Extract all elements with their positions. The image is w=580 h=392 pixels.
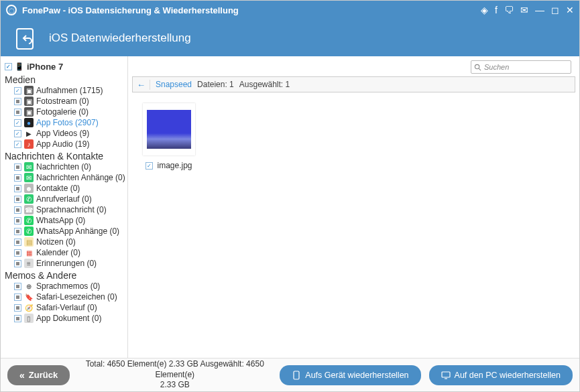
sidebar-item[interactable]: 🧭Safari-Verlauf (0) (5, 302, 127, 313)
sidebar-item-label: App Audio (19) (36, 139, 89, 149)
search-input[interactable]: Suchen (471, 60, 571, 74)
maximize-button[interactable]: ◻ (551, 5, 559, 15)
category-icon: ♪ (24, 139, 34, 149)
device-name: iPhone 7 (27, 62, 63, 72)
checkbox-icon[interactable] (14, 206, 21, 214)
sidebar-item[interactable]: ▦Kalender (0) (5, 247, 127, 258)
checkbox-icon[interactable] (146, 162, 153, 170)
sidebar-item[interactable]: ●App Fotos (2907) (5, 117, 127, 128)
category-icon: ✉ (24, 162, 34, 172)
back-button[interactable]: « Zurück (7, 365, 70, 385)
sidebar-item[interactable]: ✆WhatsApp Anhänge (0) (5, 226, 127, 237)
minimize-button[interactable]: — (535, 5, 544, 15)
sidebar-item-label: Kontakte (0) (36, 184, 80, 193)
sidebar-item[interactable]: ▯App Dokument (0) (5, 313, 127, 324)
restore-to-device-button[interactable]: Aufs Gerät wiederherstellen (280, 365, 420, 385)
search-icon (474, 64, 481, 71)
breadcrumb: ← Snapseed Dateien: 1 Ausgewählt: 1 (132, 76, 575, 92)
thumbnail-filename: image.jpg (157, 161, 192, 170)
category-icon: ⊕ (24, 281, 34, 291)
facebook-icon[interactable]: f (495, 5, 498, 15)
thumbnail-image (143, 103, 195, 155)
category-icon: ▯ (24, 314, 34, 323)
svg-point-1 (475, 64, 479, 68)
category-icon: 🔖 (24, 292, 34, 302)
restore-to-pc-button[interactable]: Auf den PC wiederherstellen (429, 365, 573, 385)
checkbox-icon[interactable] (5, 63, 12, 70)
checkbox-icon[interactable] (14, 239, 21, 246)
main-panel: Suchen ← Snapseed Dateien: 1 Ausgewählt:… (128, 56, 579, 358)
category-icon: ▦ (24, 248, 34, 257)
header: iOS Datenwiederherstellung (1, 19, 579, 56)
device-row[interactable]: 📱 iPhone 7 (5, 60, 127, 73)
category-icon: ▤ (24, 237, 34, 247)
sidebar-item-label: App Videos (9) (36, 129, 89, 138)
category-icon: ✉ (24, 173, 34, 182)
category-icon: ✆ (24, 194, 34, 204)
sidebar-item-label: Nachrichten (0) (36, 162, 91, 172)
checkbox-icon[interactable] (14, 283, 21, 290)
category-icon: ▶ (24, 129, 34, 138)
sidebar-item[interactable]: ▶App Videos (9) (5, 128, 127, 139)
files-label: Dateien: 1 (197, 80, 234, 89)
sidebar-item[interactable]: ✉Nachrichten (0) (5, 161, 127, 172)
checkbox-icon[interactable] (14, 130, 21, 137)
sidebar-item[interactable]: 🔖Safari-Lesezeichen (0) (5, 291, 127, 302)
restore-icon (14, 26, 38, 50)
sidebar-item[interactable]: ▣Aufnahmen (1715) (5, 85, 127, 96)
sidebar-item-label: Notizen (0) (36, 237, 76, 247)
sidebar-item[interactable]: ☻Kontakte (0) (5, 183, 127, 194)
sidebar-item-label: Fotostream (0) (36, 96, 89, 106)
checkbox-icon[interactable] (14, 174, 21, 182)
sidebar-item[interactable]: ✉Nachrichten Anhänge (0) (5, 172, 127, 183)
checkbox-icon[interactable] (14, 196, 21, 203)
checkbox-icon[interactable] (14, 141, 21, 148)
sidebar-item[interactable]: ⊕Sprachmemos (0) (5, 281, 127, 291)
sidebar-item-label: Fotogalerie (0) (36, 107, 89, 117)
diamond-icon[interactable]: ◈ (481, 5, 488, 15)
sidebar-item-label: Nachrichten Anhänge (0) (36, 173, 125, 182)
sidebar-item[interactable]: ≡Erinnerungen (0) (5, 258, 127, 269)
checkbox-icon[interactable] (14, 87, 21, 94)
feedback-icon[interactable]: ✉ (520, 5, 528, 15)
sidebar-item[interactable]: ✆Anrufverlauf (0) (5, 194, 127, 204)
breadcrumb-link[interactable]: Snapseed (156, 80, 192, 89)
sidebar-item[interactable]: ▤Notizen (0) (5, 237, 127, 247)
sidebar-item-label: Safari-Verlauf (0) (36, 303, 97, 312)
checkbox-icon[interactable] (14, 293, 21, 301)
checkbox-icon[interactable] (14, 98, 21, 105)
checkbox-icon[interactable] (14, 164, 21, 171)
sidebar-item-label: Safari-Lesezeichen (0) (36, 292, 117, 302)
category-icon: ✆ (24, 216, 34, 225)
close-button[interactable]: ✕ (566, 5, 574, 15)
checkbox-icon[interactable] (14, 315, 21, 322)
svg-line-2 (479, 68, 481, 70)
checkbox-icon[interactable] (14, 260, 21, 267)
sidebar-item-label: Sprachmemos (0) (36, 281, 100, 291)
checkbox-icon[interactable] (14, 304, 21, 312)
breadcrumb-back-icon[interactable]: ← (137, 80, 150, 90)
sidebar-item-label: WhatsApp (0) (36, 216, 85, 225)
category-icon: ✆ (24, 226, 34, 236)
sidebar-item[interactable]: ✆WhatsApp (0) (5, 215, 127, 226)
checkbox-icon[interactable] (14, 185, 21, 192)
sidebar-item[interactable]: ▣Fotostream (0) (5, 96, 127, 107)
selected-label: Ausgewählt: 1 (239, 80, 290, 89)
sidebar-item[interactable]: ☎Sprachnachricht (0) (5, 204, 127, 215)
checkbox-icon[interactable] (14, 217, 21, 224)
checkbox-icon[interactable] (14, 228, 21, 235)
window-title: FonePaw - iOS Datensicherung & Wiederher… (22, 5, 481, 15)
sidebar-item-label: Aufnahmen (1715) (36, 86, 103, 95)
checkbox-icon[interactable] (14, 249, 21, 257)
checkbox-icon[interactable] (14, 119, 21, 127)
checkbox-icon[interactable] (14, 109, 21, 116)
sidebar-item[interactable]: ♪App Audio (19) (5, 139, 127, 149)
titlebar: ◌ FonePaw - iOS Datensicherung & Wiederh… (1, 1, 579, 19)
chat-icon[interactable]: 🗨 (504, 5, 514, 15)
category-icon: ☻ (24, 184, 34, 193)
thumbnail[interactable]: image.jpg (139, 103, 199, 170)
category-icon: ☎ (24, 205, 34, 214)
chevron-left-icon: « (19, 370, 25, 381)
sidebar-item[interactable]: ▣Fotogalerie (0) (5, 107, 127, 117)
section-nachrichten: Nachrichten & Kontakte (5, 151, 127, 161)
